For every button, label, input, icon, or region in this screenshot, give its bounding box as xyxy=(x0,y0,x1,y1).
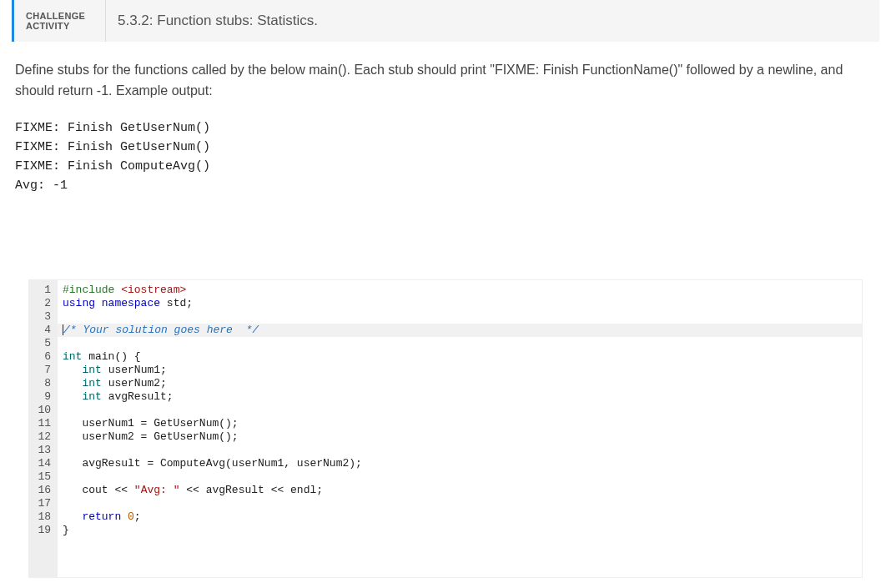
code-area[interactable]: #include <iostream>using namespace std; … xyxy=(58,280,862,577)
code-line[interactable]: userNum1 = GetUserNum(); xyxy=(63,417,862,430)
line-number: 5 xyxy=(36,337,51,350)
code-token: /* Your solution goes here */ xyxy=(63,324,259,336)
code-line[interactable]: int avgResult; xyxy=(63,390,862,404)
code-token: std; xyxy=(167,297,193,309)
code-line[interactable] xyxy=(63,470,862,484)
code-token: avgResult; xyxy=(108,390,174,403)
problem-description: Define stubs for the functions called by… xyxy=(12,60,879,102)
challenge-label: CHALLENGE ACTIVITY xyxy=(14,0,106,42)
code-token: avgResult = ComputeAvg(userNum1, userNum… xyxy=(63,457,362,470)
code-token: <iostream> xyxy=(121,284,186,296)
line-number-gutter: 12345678910111213141516171819 xyxy=(29,280,58,577)
code-token: userNum1; xyxy=(108,364,167,376)
code-line[interactable]: avgResult = ComputeAvg(userNum1, userNum… xyxy=(63,457,862,470)
code-line[interactable]: int userNum1; xyxy=(63,364,862,377)
code-token: int xyxy=(63,350,88,363)
code-token: return xyxy=(82,510,128,523)
code-line[interactable]: cout << "Avg: " << avgResult << endl; xyxy=(63,484,862,497)
code-token: int xyxy=(82,377,108,389)
code-line[interactable] xyxy=(63,497,862,510)
line-number: 19 xyxy=(36,524,51,537)
code-line[interactable]: return 0; xyxy=(63,510,862,524)
line-number: 4 xyxy=(36,324,51,337)
code-token: int xyxy=(82,390,108,403)
line-number: 12 xyxy=(36,430,51,444)
code-token: namespace xyxy=(102,297,167,309)
code-line[interactable]: } xyxy=(63,524,862,537)
challenge-label-line1: CHALLENGE xyxy=(26,11,93,21)
code-token xyxy=(63,364,82,376)
line-number: 6 xyxy=(36,350,51,364)
line-number: 14 xyxy=(36,457,51,470)
code-token: cout << xyxy=(63,484,134,496)
line-number: 7 xyxy=(36,364,51,377)
line-number: 11 xyxy=(36,417,51,430)
code-line[interactable] xyxy=(63,310,862,324)
line-number: 18 xyxy=(36,510,51,524)
code-line[interactable]: #include <iostream> xyxy=(63,284,862,297)
code-line[interactable] xyxy=(63,404,862,417)
code-line[interactable]: using namespace std; xyxy=(63,297,862,310)
code-token: "Avg: " xyxy=(134,484,180,496)
code-token: 0 xyxy=(128,510,134,523)
code-line[interactable]: int main() { xyxy=(63,350,862,364)
code-token: main() { xyxy=(88,350,140,363)
code-line[interactable] xyxy=(63,337,862,350)
code-token: userNum2 = GetUserNum(); xyxy=(63,430,239,443)
code-token: int xyxy=(82,364,108,376)
line-number: 17 xyxy=(36,497,51,510)
line-number: 10 xyxy=(36,404,51,417)
code-token: #include xyxy=(63,284,121,296)
code-token: ; xyxy=(134,510,141,523)
code-line[interactable]: /* Your solution goes here */ xyxy=(58,324,862,337)
line-number: 8 xyxy=(36,377,51,390)
challenge-title: 5.3.2: Function stubs: Statistics. xyxy=(106,0,330,42)
code-token xyxy=(63,510,82,523)
code-token: } xyxy=(63,524,69,536)
code-line[interactable]: int userNum2; xyxy=(63,377,862,390)
code-token: userNum2; xyxy=(108,377,167,389)
line-number: 9 xyxy=(36,390,51,404)
code-token: << avgResult << endl; xyxy=(179,484,323,496)
code-token xyxy=(63,377,82,389)
line-number: 15 xyxy=(36,470,51,484)
line-number: 1 xyxy=(36,284,51,297)
code-token: using xyxy=(63,297,102,309)
code-line[interactable]: userNum2 = GetUserNum(); xyxy=(63,430,862,444)
code-token xyxy=(63,390,82,403)
code-line[interactable] xyxy=(63,444,862,457)
line-number: 3 xyxy=(36,310,51,324)
code-editor[interactable]: 12345678910111213141516171819 #include <… xyxy=(28,279,863,578)
line-number: 13 xyxy=(36,444,51,457)
challenge-label-line2: ACTIVITY xyxy=(26,21,93,31)
example-output: FIXME: Finish GetUserNum() FIXME: Finish… xyxy=(12,118,879,196)
line-number: 2 xyxy=(36,297,51,310)
code-token: userNum1 = GetUserNum(); xyxy=(63,417,239,430)
challenge-header: CHALLENGE ACTIVITY 5.3.2: Function stubs… xyxy=(12,0,879,42)
line-number: 16 xyxy=(36,484,51,497)
